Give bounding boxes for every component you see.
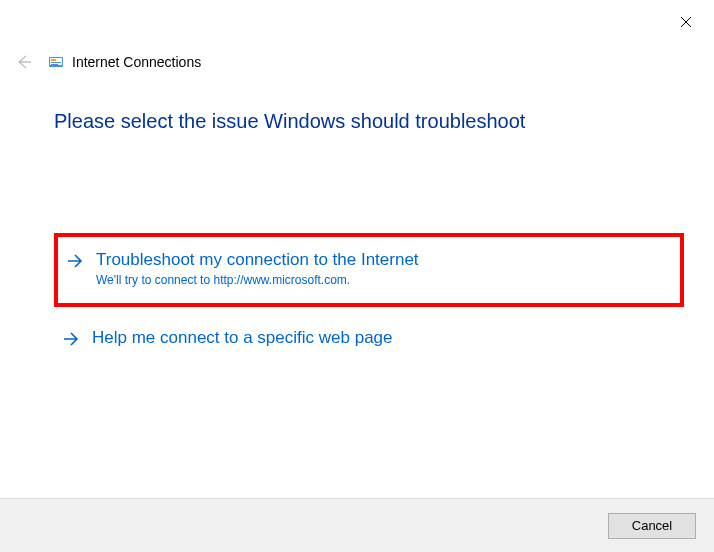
svg-rect-6 (51, 64, 58, 65)
option-troubleshoot-internet[interactable]: Troubleshoot my connection to the Intern… (54, 233, 684, 307)
arrow-right-icon (60, 329, 80, 349)
close-icon (680, 16, 692, 28)
arrow-left-icon (14, 52, 34, 72)
window-title: Internet Connections (72, 54, 201, 70)
footer-bar: Cancel (0, 498, 714, 552)
troubleshooter-icon (48, 54, 64, 70)
title-group: Internet Connections (48, 54, 201, 70)
option-subtitle: We'll try to connect to http://www.micro… (96, 273, 419, 287)
option-specific-webpage[interactable]: Help me connect to a specific web page (54, 317, 684, 359)
arrow-right-icon (64, 251, 84, 271)
option-title: Troubleshoot my connection to the Intern… (96, 249, 419, 271)
close-button[interactable] (678, 14, 694, 30)
content-area: Please select the issue Windows should t… (54, 110, 684, 369)
option-text: Help me connect to a specific web page (92, 327, 393, 349)
page-heading: Please select the issue Windows should t… (54, 110, 684, 133)
option-title: Help me connect to a specific web page (92, 327, 393, 349)
back-button (14, 52, 34, 72)
svg-rect-4 (51, 59, 56, 61)
option-text: Troubleshoot my connection to the Intern… (96, 249, 419, 287)
header-bar: Internet Connections (14, 52, 201, 72)
cancel-button[interactable]: Cancel (608, 513, 696, 539)
svg-rect-5 (51, 62, 61, 63)
